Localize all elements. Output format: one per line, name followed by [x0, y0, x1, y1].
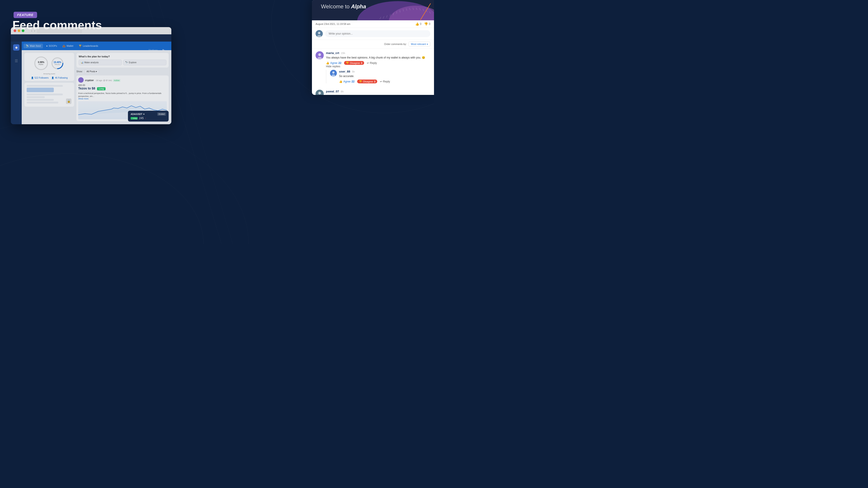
- user88-avatar-svg: [330, 70, 337, 76]
- analysis-icon: 📊: [81, 61, 84, 64]
- current-user-avatar: [315, 30, 323, 37]
- reply-disagree-button[interactable]: 👎 Disagree 3: [357, 79, 377, 84]
- reply-author-avatar: [330, 70, 337, 76]
- page-container: FEATURE Feed comments ‹ › ◈ ☰: [0, 0, 434, 244]
- tl-green[interactable]: [22, 29, 24, 32]
- chevron-down-icon: ▾: [96, 70, 97, 73]
- comment-author-avatar: [315, 51, 324, 59]
- make-analysis-button[interactable]: 📊 Make analysis: [79, 60, 122, 65]
- comment-body: maria_crt 15h You always have the best o…: [326, 51, 430, 86]
- following-icon: 👤: [51, 76, 54, 79]
- comment-item: maria_crt 15h You always have the best o…: [315, 51, 430, 86]
- trophy-icon: 🏆: [79, 44, 82, 47]
- nav-soops[interactable]: ● SOOPs: [44, 43, 59, 48]
- order-select[interactable]: Most relevant ▾: [408, 41, 430, 46]
- followers-row: 👤 522 Followers 👤 46 Following: [31, 76, 68, 79]
- comment-item: pawal_07 8h Correlation to SPX and DJI i…: [315, 90, 430, 95]
- svg-point-1: [0, 120, 249, 244]
- header-bg-svg: [312, 0, 434, 20]
- stats-card: 0.99% PERF.: [24, 53, 74, 81]
- reply-button[interactable]: ↩ Reply: [367, 61, 377, 65]
- thumbs-up-icon: 👍: [415, 22, 419, 26]
- feed-icon: 📡: [26, 44, 29, 47]
- reply-actions: 👍 Agree 22 👎 Disagree 3: [339, 79, 430, 84]
- svg-point-0: [0, 154, 204, 244]
- agree-button[interactable]: 👍 Agree 22: [326, 61, 341, 65]
- back-arrow-icon[interactable]: ‹: [31, 29, 32, 33]
- pawal-avatar-svg: [315, 90, 324, 95]
- svg-point-28: [318, 32, 320, 34]
- disagree-thumb-icon: 👎: [346, 61, 349, 64]
- comment-actions: 👍 Agree 22 👎 Disagree 3 ↩ Reply: [326, 61, 430, 65]
- reply-arrow-icon-2: ↩: [380, 80, 382, 83]
- comment-input-area: [312, 28, 434, 40]
- order-chevron-icon: ▾: [427, 43, 428, 45]
- order-bar: Order comments by: Most relevant ▾: [312, 40, 434, 48]
- svg-point-37: [318, 92, 321, 94]
- agree-thumb-icon-2: 👍: [339, 80, 342, 83]
- vote-buttons: 👍 0 👎 0: [415, 22, 430, 26]
- verified-icon: ✦: [143, 113, 145, 116]
- nav-main-feed[interactable]: 📡 Main feed: [24, 43, 43, 48]
- perf-circle: 0.99% PERF.: [34, 57, 48, 70]
- upvote-button[interactable]: 👍 0: [415, 22, 422, 26]
- show-more-link[interactable]: Show more: [78, 98, 167, 100]
- forward-arrow-icon[interactable]: ›: [34, 29, 35, 33]
- thumbs-down-icon: 👎: [424, 22, 428, 26]
- app-sidebar: ◈ ☰: [11, 41, 22, 124]
- alpha-text: Alpha: [351, 3, 366, 9]
- browser-titlebar: ‹ ›: [11, 27, 171, 34]
- reply-reply-button[interactable]: ↩ Reply: [380, 80, 390, 83]
- feature-label: FEATURE: [13, 12, 37, 18]
- disagree-thumb-icon-2: 👎: [359, 80, 362, 83]
- comments-header-image: Welcome to Alpha: [312, 0, 434, 20]
- post-date: August 23rd 2021, 11:19:58 am: [315, 23, 350, 25]
- agree-thumb-icon: 👍: [326, 61, 329, 65]
- disagree-button[interactable]: 👎 Disagree 3: [344, 61, 364, 65]
- comments-list: maria_crt 15h You always have the best o…: [312, 48, 434, 95]
- welcome-text: Welcome to Alpha: [321, 3, 366, 10]
- explore-icon: 🔭: [125, 61, 128, 64]
- sidebar-logo[interactable]: ◈: [13, 44, 20, 51]
- lock-icon: 🔒: [66, 98, 71, 104]
- app-topnav: 📡 Main feed ● SOOPs 👜 Wallet 🏆 Leaderboa…: [22, 41, 171, 50]
- comments-date-row: August 23rd 2021, 11:19:58 am 👍 0 👎 0: [312, 20, 434, 28]
- nav-leaderboards[interactable]: 🏆 Leaderboards: [76, 43, 100, 48]
- tl-yellow[interactable]: [18, 29, 20, 32]
- svg-point-31: [318, 53, 321, 56]
- pawal-comment-body: pawal_07 8h Correlation to SPX and DJI i…: [326, 90, 430, 95]
- followers-stat: 👤 522 Followers: [31, 76, 49, 79]
- app-content-area: 0.99% PERF.: [22, 50, 171, 124]
- browser-mockup: ‹ › ◈ ☰ 📡 Main feed: [11, 27, 171, 124]
- soops-dot-icon: ●: [46, 44, 48, 47]
- reply-agree-button[interactable]: 👍 Agree 22: [339, 80, 354, 83]
- pawal-avatar: [315, 90, 324, 95]
- explore-button[interactable]: 🔭 Explore: [123, 60, 166, 65]
- sidebar-menu-icon[interactable]: ☰: [15, 59, 18, 63]
- hide-replies-button[interactable]: Hide replies: [326, 65, 430, 68]
- ada-panel: ADA/USDT ✦ Ended ↑ long 245 ↑: [128, 111, 168, 122]
- comments-panel: Welcome to Alpha August 23rd 2021, 11:19…: [312, 0, 434, 95]
- comment-input-field[interactable]: [325, 30, 430, 37]
- filter-select[interactable]: All Posts ▾: [85, 69, 99, 74]
- wallet-icon: 👜: [62, 44, 66, 47]
- svg-point-34: [332, 71, 335, 74]
- following-stat: 👤 46 Following: [51, 76, 68, 79]
- post-author-avatar: [78, 77, 84, 83]
- price-direction-icon: ↑: [145, 117, 146, 120]
- browser-nav: ‹ ›: [28, 29, 168, 33]
- show-filter: Show: All Posts ▾: [76, 69, 168, 74]
- user-avatar-svg: [315, 30, 323, 37]
- tl-red[interactable]: [13, 29, 16, 32]
- downvote-button[interactable]: 👎 0: [424, 22, 430, 26]
- nav-wallet[interactable]: 👜 Wallet: [60, 43, 75, 48]
- reply-item: user_88 5h So accurate. 👍 Agree 22: [326, 70, 430, 84]
- plan-card: What's the plan for today? 📊 Make analys…: [76, 53, 168, 68]
- blurred-content-card: 🔒: [24, 83, 74, 107]
- followers-icon: 👤: [31, 76, 34, 79]
- reply-arrow-icon: ↩: [367, 61, 369, 65]
- reply-body: user_88 5h So accurate. 👍 Agree 22: [339, 70, 430, 84]
- url-bar[interactable]: [37, 29, 82, 33]
- maria-avatar-svg: [315, 51, 324, 59]
